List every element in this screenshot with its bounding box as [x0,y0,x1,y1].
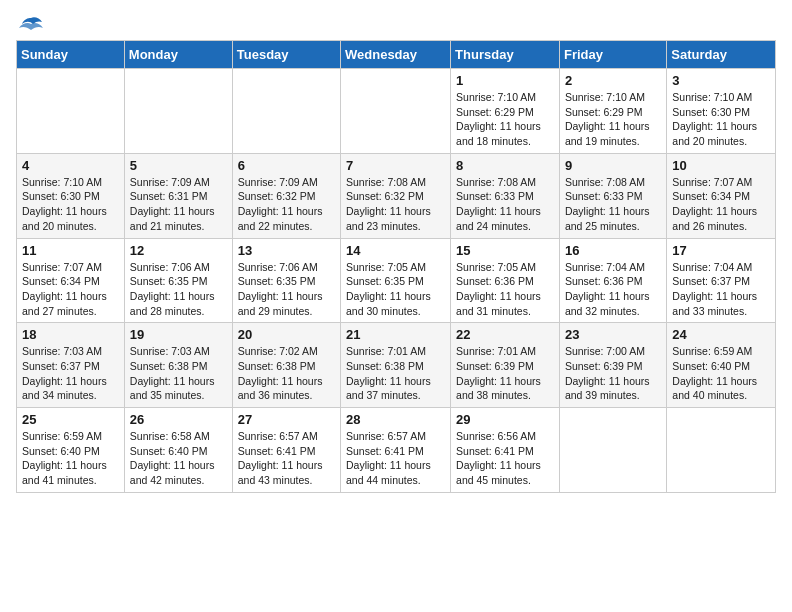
calendar-cell: 3Sunrise: 7:10 AM Sunset: 6:30 PM Daylig… [667,69,776,154]
day-number: 2 [565,73,661,88]
day-number: 1 [456,73,554,88]
calendar-cell: 27Sunrise: 6:57 AM Sunset: 6:41 PM Dayli… [232,408,340,493]
calendar-cell: 23Sunrise: 7:00 AM Sunset: 6:39 PM Dayli… [559,323,666,408]
day-info: Sunrise: 6:57 AM Sunset: 6:41 PM Dayligh… [238,429,335,488]
calendar-week-row: 11Sunrise: 7:07 AM Sunset: 6:34 PM Dayli… [17,238,776,323]
day-number: 9 [565,158,661,173]
day-info: Sunrise: 6:58 AM Sunset: 6:40 PM Dayligh… [130,429,227,488]
day-info: Sunrise: 7:05 AM Sunset: 6:35 PM Dayligh… [346,260,445,319]
day-info: Sunrise: 7:07 AM Sunset: 6:34 PM Dayligh… [22,260,119,319]
calendar-week-row: 25Sunrise: 6:59 AM Sunset: 6:40 PM Dayli… [17,408,776,493]
calendar-body: 1Sunrise: 7:10 AM Sunset: 6:29 PM Daylig… [17,69,776,493]
day-number: 16 [565,243,661,258]
calendar-cell: 13Sunrise: 7:06 AM Sunset: 6:35 PM Dayli… [232,238,340,323]
day-number: 20 [238,327,335,342]
day-number: 17 [672,243,770,258]
day-number: 12 [130,243,227,258]
day-number: 8 [456,158,554,173]
calendar-cell: 25Sunrise: 6:59 AM Sunset: 6:40 PM Dayli… [17,408,125,493]
day-info: Sunrise: 7:06 AM Sunset: 6:35 PM Dayligh… [130,260,227,319]
day-number: 24 [672,327,770,342]
day-number: 13 [238,243,335,258]
calendar-cell: 6Sunrise: 7:09 AM Sunset: 6:32 PM Daylig… [232,153,340,238]
day-info: Sunrise: 7:08 AM Sunset: 6:32 PM Dayligh… [346,175,445,234]
calendar-week-row: 4Sunrise: 7:10 AM Sunset: 6:30 PM Daylig… [17,153,776,238]
day-info: Sunrise: 7:01 AM Sunset: 6:38 PM Dayligh… [346,344,445,403]
calendar-cell: 16Sunrise: 7:04 AM Sunset: 6:36 PM Dayli… [559,238,666,323]
day-info: Sunrise: 6:56 AM Sunset: 6:41 PM Dayligh… [456,429,554,488]
day-info: Sunrise: 7:09 AM Sunset: 6:31 PM Dayligh… [130,175,227,234]
calendar-cell: 4Sunrise: 7:10 AM Sunset: 6:30 PM Daylig… [17,153,125,238]
calendar-header-monday: Monday [124,41,232,69]
day-number: 3 [672,73,770,88]
day-number: 26 [130,412,227,427]
day-info: Sunrise: 7:00 AM Sunset: 6:39 PM Dayligh… [565,344,661,403]
day-number: 18 [22,327,119,342]
day-info: Sunrise: 7:08 AM Sunset: 6:33 PM Dayligh… [565,175,661,234]
day-info: Sunrise: 6:59 AM Sunset: 6:40 PM Dayligh… [672,344,770,403]
page-header [16,16,776,30]
calendar-cell [17,69,125,154]
calendar-cell: 14Sunrise: 7:05 AM Sunset: 6:35 PM Dayli… [341,238,451,323]
calendar-header-saturday: Saturday [667,41,776,69]
day-info: Sunrise: 7:04 AM Sunset: 6:37 PM Dayligh… [672,260,770,319]
day-info: Sunrise: 7:04 AM Sunset: 6:36 PM Dayligh… [565,260,661,319]
calendar-header-wednesday: Wednesday [341,41,451,69]
calendar-cell: 18Sunrise: 7:03 AM Sunset: 6:37 PM Dayli… [17,323,125,408]
day-number: 14 [346,243,445,258]
calendar-cell: 9Sunrise: 7:08 AM Sunset: 6:33 PM Daylig… [559,153,666,238]
calendar-header-thursday: Thursday [451,41,560,69]
calendar-cell: 17Sunrise: 7:04 AM Sunset: 6:37 PM Dayli… [667,238,776,323]
calendar-cell: 29Sunrise: 6:56 AM Sunset: 6:41 PM Dayli… [451,408,560,493]
day-number: 19 [130,327,227,342]
day-number: 21 [346,327,445,342]
calendar-cell [559,408,666,493]
calendar-cell: 24Sunrise: 6:59 AM Sunset: 6:40 PM Dayli… [667,323,776,408]
calendar-cell: 26Sunrise: 6:58 AM Sunset: 6:40 PM Dayli… [124,408,232,493]
day-number: 27 [238,412,335,427]
day-info: Sunrise: 7:08 AM Sunset: 6:33 PM Dayligh… [456,175,554,234]
calendar-cell: 22Sunrise: 7:01 AM Sunset: 6:39 PM Dayli… [451,323,560,408]
day-number: 6 [238,158,335,173]
day-info: Sunrise: 7:05 AM Sunset: 6:36 PM Dayligh… [456,260,554,319]
calendar-cell [232,69,340,154]
day-info: Sunrise: 7:10 AM Sunset: 6:30 PM Dayligh… [672,90,770,149]
day-info: Sunrise: 7:10 AM Sunset: 6:29 PM Dayligh… [565,90,661,149]
day-info: Sunrise: 7:03 AM Sunset: 6:38 PM Dayligh… [130,344,227,403]
logo-bird-icon [18,16,44,36]
calendar-cell: 20Sunrise: 7:02 AM Sunset: 6:38 PM Dayli… [232,323,340,408]
calendar-table: SundayMondayTuesdayWednesdayThursdayFrid… [16,40,776,493]
day-number: 7 [346,158,445,173]
day-number: 11 [22,243,119,258]
calendar-cell: 8Sunrise: 7:08 AM Sunset: 6:33 PM Daylig… [451,153,560,238]
day-info: Sunrise: 6:57 AM Sunset: 6:41 PM Dayligh… [346,429,445,488]
calendar-cell [341,69,451,154]
day-number: 5 [130,158,227,173]
calendar-cell: 7Sunrise: 7:08 AM Sunset: 6:32 PM Daylig… [341,153,451,238]
calendar-header-tuesday: Tuesday [232,41,340,69]
calendar-week-row: 18Sunrise: 7:03 AM Sunset: 6:37 PM Dayli… [17,323,776,408]
calendar-cell: 2Sunrise: 7:10 AM Sunset: 6:29 PM Daylig… [559,69,666,154]
logo [16,16,44,30]
calendar-cell: 19Sunrise: 7:03 AM Sunset: 6:38 PM Dayli… [124,323,232,408]
calendar-cell: 28Sunrise: 6:57 AM Sunset: 6:41 PM Dayli… [341,408,451,493]
day-number: 15 [456,243,554,258]
calendar-week-row: 1Sunrise: 7:10 AM Sunset: 6:29 PM Daylig… [17,69,776,154]
calendar-cell [667,408,776,493]
day-number: 29 [456,412,554,427]
day-number: 25 [22,412,119,427]
calendar-cell: 15Sunrise: 7:05 AM Sunset: 6:36 PM Dayli… [451,238,560,323]
calendar-cell: 5Sunrise: 7:09 AM Sunset: 6:31 PM Daylig… [124,153,232,238]
calendar-cell: 10Sunrise: 7:07 AM Sunset: 6:34 PM Dayli… [667,153,776,238]
day-number: 22 [456,327,554,342]
calendar-cell: 21Sunrise: 7:01 AM Sunset: 6:38 PM Dayli… [341,323,451,408]
calendar-header-row: SundayMondayTuesdayWednesdayThursdayFrid… [17,41,776,69]
day-number: 10 [672,158,770,173]
day-info: Sunrise: 7:10 AM Sunset: 6:30 PM Dayligh… [22,175,119,234]
day-info: Sunrise: 7:01 AM Sunset: 6:39 PM Dayligh… [456,344,554,403]
day-number: 4 [22,158,119,173]
day-number: 28 [346,412,445,427]
day-info: Sunrise: 7:03 AM Sunset: 6:37 PM Dayligh… [22,344,119,403]
calendar-cell: 11Sunrise: 7:07 AM Sunset: 6:34 PM Dayli… [17,238,125,323]
calendar-cell: 12Sunrise: 7:06 AM Sunset: 6:35 PM Dayli… [124,238,232,323]
